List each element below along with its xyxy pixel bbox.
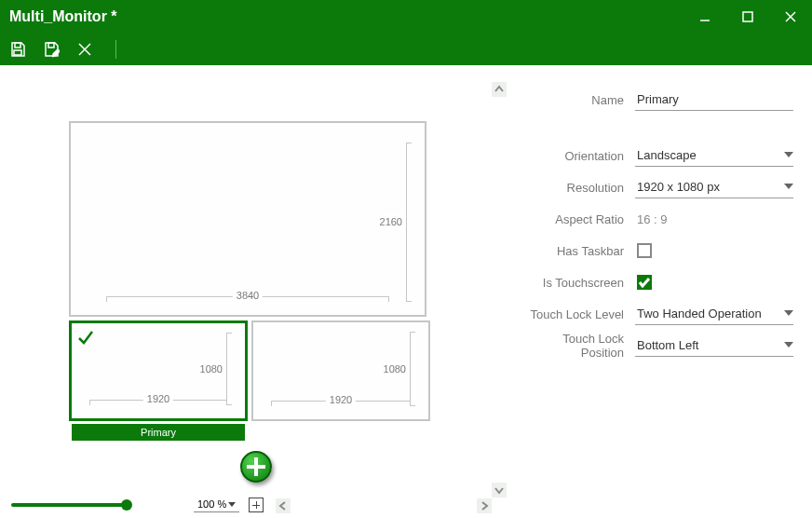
scroll-down-button[interactable]: [492, 483, 507, 498]
svg-marker-11: [784, 184, 793, 189]
monitor-canvas[interactable]: 2160 3840 1080 1920 Primary 1080 1920: [0, 65, 514, 518]
monitor-tile-primary[interactable]: 1080 1920: [69, 320, 248, 421]
svg-marker-9: [228, 502, 236, 507]
properties-panel: Name Primary Orientation Landscape Resol…: [514, 65, 812, 518]
minimize-button[interactable]: [683, 0, 726, 34]
orientation-dropdown[interactable]: Landscape: [635, 144, 793, 167]
height-marker: 1080: [410, 332, 415, 406]
aspect-ratio-label: Aspect Ratio: [521, 212, 635, 226]
has-taskbar-label: Has Taskbar: [521, 244, 635, 258]
toolbar: [0, 34, 812, 65]
maximize-button[interactable]: [726, 0, 769, 34]
svg-marker-10: [784, 152, 793, 157]
save-icon[interactable]: [9, 41, 26, 58]
is-touchscreen-checkbox[interactable]: [637, 275, 652, 290]
scroll-up-button[interactable]: [492, 82, 507, 97]
monitor-tile-4k[interactable]: 2160 3840: [69, 121, 426, 317]
chevron-down-icon: [784, 307, 793, 320]
touch-lock-level-label: Touch Lock Level: [521, 307, 635, 321]
width-marker: 1920: [271, 401, 411, 406]
touch-lock-position-dropdown[interactable]: Bottom Left: [635, 334, 793, 357]
save-as-icon[interactable]: [43, 41, 60, 58]
svg-rect-5: [14, 50, 21, 55]
svg-marker-12: [784, 310, 793, 316]
aspect-ratio-value: 16 : 9: [635, 209, 793, 230]
svg-marker-13: [784, 342, 793, 348]
monitor-tile-secondary[interactable]: 1080 1920: [251, 320, 430, 421]
name-field[interactable]: Primary: [635, 89, 793, 111]
zoom-controls: 100 %: [11, 497, 503, 512]
width-marker: 1920: [89, 400, 228, 405]
zoom-value-text: 100 %: [197, 498, 226, 510]
chevron-down-icon: [784, 180, 793, 194]
height-marker: 2160: [406, 143, 412, 302]
touch-lock-level-dropdown[interactable]: Two Handed Operation: [635, 303, 793, 325]
chevron-down-icon: [228, 500, 236, 508]
svg-rect-4: [15, 43, 20, 48]
has-taskbar-checkbox[interactable]: [637, 243, 652, 258]
discard-icon[interactable]: [76, 41, 93, 58]
zoom-value-dropdown[interactable]: 100 %: [194, 497, 239, 512]
orientation-label: Orientation: [521, 149, 635, 163]
zoom-thumb[interactable]: [121, 499, 132, 511]
name-label: Name: [521, 93, 635, 107]
resolution-dropdown[interactable]: 1920 x 1080 px: [635, 176, 793, 198]
chevron-down-icon: [784, 148, 793, 162]
chevron-down-icon: [784, 338, 793, 352]
title-bar: Multi_Monitor *: [0, 0, 812, 65]
svg-rect-6: [48, 43, 54, 48]
close-button[interactable]: [769, 0, 812, 34]
is-touchscreen-label: Is Touchscreen: [521, 276, 635, 290]
width-marker: 3840: [106, 296, 389, 302]
zoom-slider[interactable]: [11, 503, 129, 507]
fit-to-screen-button[interactable]: [249, 498, 264, 512]
touch-lock-position-label: Touch Lock Position: [521, 332, 635, 360]
check-icon: [77, 329, 94, 346]
svg-rect-1: [743, 12, 752, 21]
add-monitor-button[interactable]: [240, 451, 272, 483]
resolution-label: Resolution: [521, 181, 635, 195]
toolbar-separator: [115, 40, 116, 59]
height-marker: 1080: [226, 333, 232, 405]
window-title: Multi_Monitor *: [9, 8, 683, 25]
primary-badge: Primary: [72, 424, 245, 441]
